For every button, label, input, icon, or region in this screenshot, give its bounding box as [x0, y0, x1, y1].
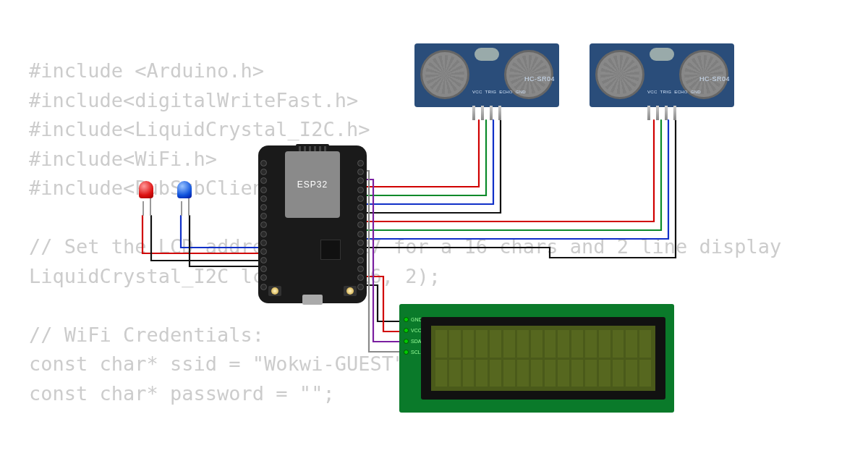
ultrasonic-model-label: HC-SR04: [524, 75, 555, 83]
led-red[interactable]: [139, 181, 155, 203]
lcd-bezel: [421, 317, 665, 400]
esp32-shield: ESP32: [285, 151, 340, 218]
ultrasonic-crystal: [650, 48, 674, 61]
led-bulb-icon: [177, 181, 192, 198]
lcd-1602[interactable]: GND VCC SDA SCL: [399, 304, 674, 413]
esp32-board[interactable]: ESP32: [258, 145, 367, 303]
ultrasonic-tx-icon: [595, 50, 644, 99]
ultrasonic-model-label: HC-SR04: [699, 75, 730, 83]
esp32-usb-port: [302, 295, 323, 305]
esp32-label: ESP32: [297, 180, 328, 190]
led-bulb-icon: [139, 181, 153, 198]
ultrasonic-sensor-2[interactable]: HC-SR04 VCC TRIG ECHO GND: [590, 43, 734, 107]
ultrasonic-sensor-1[interactable]: HC-SR04 VCC TRIG ECHO GND: [414, 43, 559, 107]
esp32-aux-chip: [320, 240, 341, 260]
lcd-screen: [431, 326, 655, 391]
ultrasonic-tx-icon: [420, 50, 469, 99]
esp32-pins-left: [260, 160, 268, 290]
esp32-button-en[interactable]: [268, 286, 281, 296]
ultrasonic-pin-labels: VCC TRIG ECHO GND: [472, 90, 526, 94]
ultrasonic-1-pins: [472, 106, 501, 120]
led-blue[interactable]: [177, 181, 193, 203]
ultrasonic-pin-labels: VCC TRIG ECHO GND: [647, 90, 701, 94]
ultrasonic-crystal: [475, 48, 499, 61]
ultrasonic-2-pins: [647, 106, 676, 120]
esp32-pins-right: [357, 160, 365, 290]
lcd-i2c-header: GND VCC SDA SCL: [404, 317, 422, 355]
esp32-button-boot[interactable]: [344, 286, 357, 296]
